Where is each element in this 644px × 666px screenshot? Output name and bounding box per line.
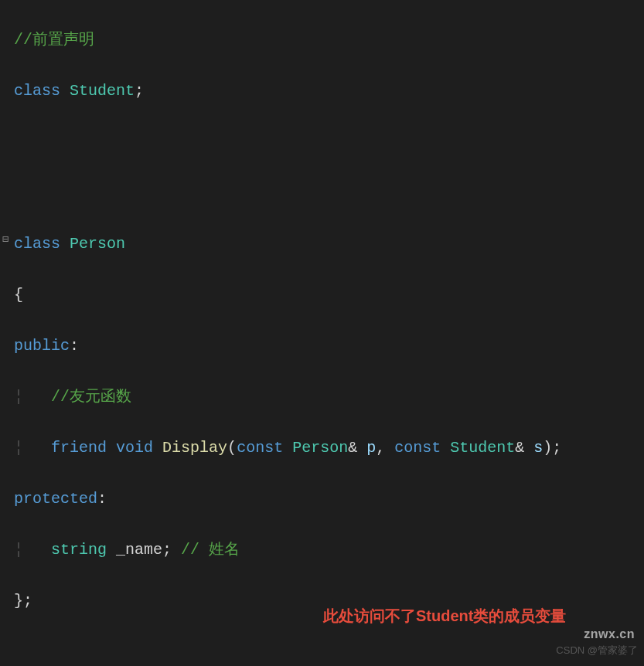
- comment: //前置声明: [14, 31, 94, 49]
- code-line: {: [0, 282, 644, 308]
- code-editor: //前置声明 class Student; ⊟class Person { pu…: [0, 0, 644, 666]
- code-line: class Student;: [0, 78, 644, 104]
- code-line: ¦ friend void Display(const Person& p, c…: [0, 435, 644, 460]
- fold-icon[interactable]: ⊟: [0, 231, 11, 249]
- code-line: ¦ //友元函数: [0, 384, 644, 409]
- error-annotation: 此处访问不了Student类的成员变量: [323, 604, 601, 627]
- watermark-author: CSDN @管家婆了: [556, 642, 638, 658]
- code-line: ⊟class Person: [0, 231, 644, 257]
- code-line: ¦ string _name; // 姓名: [0, 537, 644, 562]
- code-line: public:: [0, 333, 644, 358]
- code-line: //前置声明: [0, 27, 644, 53]
- code-line: protected:: [0, 486, 644, 511]
